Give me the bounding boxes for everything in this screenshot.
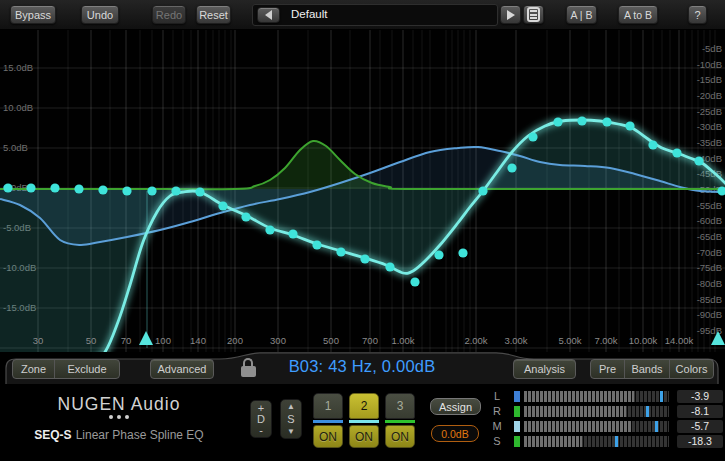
band-2-curve-fill bbox=[0, 120, 725, 352]
spline-node[interactable] bbox=[241, 212, 250, 221]
header-bar: Bypass Undo Redo Reset Default A | B A t… bbox=[0, 0, 725, 30]
spline-node[interactable] bbox=[410, 277, 419, 286]
minus-icon[interactable]: - bbox=[259, 425, 263, 436]
freq-axis-label: 200 bbox=[227, 335, 243, 346]
product-name: SEQ-S bbox=[34, 428, 71, 442]
analyzer-axis-label: -85dB bbox=[697, 294, 722, 305]
band-color-stripe bbox=[349, 420, 379, 423]
down-arrow-icon[interactable]: ▼ bbox=[287, 427, 295, 436]
band-2-button[interactable]: 2ON bbox=[349, 393, 379, 448]
analyzer-axis-label: -75dB bbox=[697, 262, 722, 273]
band-number[interactable]: 1 bbox=[313, 393, 343, 419]
help-button[interactable]: ? bbox=[688, 5, 707, 24]
delete-band-stepper[interactable]: + D - bbox=[250, 400, 272, 438]
bypass-button[interactable]: Bypass bbox=[10, 5, 56, 24]
meter-peak-marker bbox=[660, 391, 663, 402]
spline-node[interactable] bbox=[3, 183, 12, 192]
band-on-toggle[interactable]: ON bbox=[313, 425, 343, 448]
reset-button[interactable]: Reset bbox=[196, 5, 231, 24]
spline-node[interactable] bbox=[602, 117, 611, 126]
assign-button[interactable]: Assign bbox=[430, 398, 481, 415]
preset-previous-button[interactable] bbox=[257, 7, 280, 23]
bands-button[interactable]: Bands bbox=[625, 360, 670, 378]
meter-channel-chip bbox=[514, 421, 520, 432]
band-on-toggle[interactable]: ON bbox=[385, 425, 415, 448]
preset-list-button[interactable] bbox=[523, 5, 544, 24]
analyzer-axis-label: -20dB bbox=[697, 90, 722, 101]
band-number[interactable]: 3 bbox=[385, 393, 415, 419]
freq-axis-label: 7.00k bbox=[594, 335, 617, 346]
spline-node[interactable] bbox=[288, 229, 297, 238]
band-on-toggle[interactable]: ON bbox=[349, 425, 379, 448]
zone-button[interactable]: Zone bbox=[13, 360, 55, 378]
meter-bar bbox=[524, 391, 669, 402]
spline-node[interactable] bbox=[360, 254, 369, 263]
analyzer-axis-label: -15dB bbox=[697, 74, 722, 85]
up-arrow-icon[interactable]: ▲ bbox=[287, 402, 295, 411]
meter-channel-chip bbox=[514, 436, 520, 447]
spline-node[interactable] bbox=[74, 184, 83, 193]
band-3-button[interactable]: 3ON bbox=[385, 393, 415, 448]
spline-node[interactable] bbox=[336, 247, 345, 256]
spline-node[interactable] bbox=[672, 148, 681, 157]
freq-axis-label: 14.00k bbox=[665, 335, 694, 346]
eq-graph[interactable]: 15.0dB10.0dB5.0dB0.0dB-5.0dB-10.0dB-15.0… bbox=[0, 30, 725, 352]
spline-node[interactable] bbox=[122, 186, 131, 195]
analyzer-axis-label: -30dB bbox=[697, 121, 722, 132]
spline-node[interactable] bbox=[171, 186, 180, 195]
analyzer-axis-label: -70dB bbox=[697, 247, 722, 258]
exclude-button[interactable]: Exclude bbox=[55, 360, 119, 378]
freq-axis-label: 2.00k bbox=[464, 335, 487, 346]
a-to-b-button[interactable]: A to B bbox=[618, 5, 658, 24]
advanced-button[interactable]: Advanced bbox=[150, 359, 214, 379]
spline-node[interactable] bbox=[694, 156, 703, 165]
preset-next-button[interactable] bbox=[500, 5, 521, 24]
spline-node[interactable] bbox=[507, 163, 516, 172]
spline-node[interactable] bbox=[195, 187, 204, 196]
spline-node[interactable] bbox=[458, 248, 467, 257]
redo-button[interactable]: Redo bbox=[152, 5, 186, 24]
analyzer-axis-label: -60dB bbox=[697, 215, 722, 226]
pre-button[interactable]: Pre bbox=[591, 360, 625, 378]
meter-bar-fill bbox=[524, 436, 582, 447]
freq-axis-label: 5.00k bbox=[558, 335, 581, 346]
band-number[interactable]: 2 bbox=[349, 393, 379, 419]
freq-axis-label: 30 bbox=[33, 335, 44, 346]
spline-node[interactable] bbox=[528, 132, 537, 141]
undo-button[interactable]: Undo bbox=[81, 5, 119, 24]
assign-gain-readout[interactable]: 0.0dB bbox=[431, 425, 479, 442]
band-1-button[interactable]: 1ON bbox=[313, 393, 343, 448]
spline-node[interactable] bbox=[434, 250, 443, 259]
spline-node[interactable] bbox=[50, 183, 59, 192]
band-frequency-marker[interactable] bbox=[139, 331, 153, 345]
spline-node[interactable] bbox=[625, 121, 634, 130]
preset-display: Default bbox=[252, 4, 498, 26]
analysis-button[interactable]: Analysis bbox=[513, 359, 576, 379]
freq-axis-label: 1.00k bbox=[391, 335, 414, 346]
analyzer-axis-label: -65dB bbox=[697, 231, 722, 242]
colors-button[interactable]: Colors bbox=[670, 360, 713, 378]
brand-logo: NUGEN Audio bbox=[0, 394, 238, 415]
spline-node[interactable] bbox=[648, 140, 657, 149]
spline-node[interactable] bbox=[26, 183, 35, 192]
analyzer-axis-label: -5dB bbox=[702, 43, 722, 54]
meter-bar bbox=[524, 436, 669, 447]
list-icon bbox=[527, 7, 540, 22]
spline-node[interactable] bbox=[218, 201, 227, 210]
ab-compare-button[interactable]: A | B bbox=[566, 5, 597, 24]
freq-axis-label: 10.00k bbox=[629, 335, 658, 346]
freq-axis-label: 70 bbox=[121, 335, 132, 346]
spline-node[interactable] bbox=[577, 116, 586, 125]
spline-node[interactable] bbox=[98, 185, 107, 194]
spline-node[interactable] bbox=[478, 186, 487, 195]
spline-node[interactable] bbox=[147, 186, 156, 195]
lock-icon[interactable] bbox=[240, 358, 257, 378]
solo-stepper[interactable]: ▲ S ▼ bbox=[280, 399, 302, 439]
eq-graph-canvas[interactable]: 15.0dB10.0dB5.0dB0.0dB-5.0dB-10.0dB-15.0… bbox=[0, 30, 725, 352]
spline-node[interactable] bbox=[385, 262, 394, 271]
brand-dots bbox=[0, 415, 238, 419]
spline-node[interactable] bbox=[553, 117, 562, 126]
meter-bar bbox=[524, 406, 669, 417]
spline-node[interactable] bbox=[265, 225, 274, 234]
spline-node[interactable] bbox=[312, 240, 321, 249]
